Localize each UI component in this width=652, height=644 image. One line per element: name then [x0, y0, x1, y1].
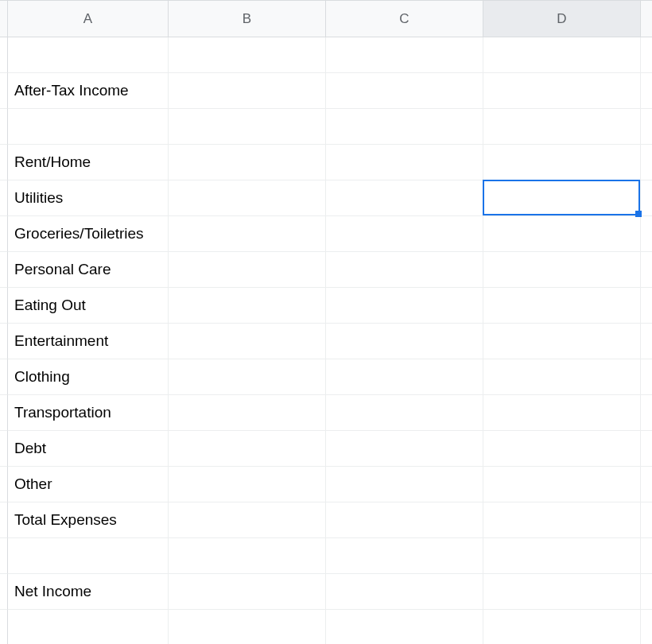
cell[interactable]: [169, 180, 326, 216]
row-stub: [0, 37, 8, 73]
column-header-d[interactable]: D: [483, 0, 641, 37]
cell[interactable]: [326, 431, 483, 467]
cell[interactable]: [483, 288, 641, 324]
row-stub: [0, 288, 8, 324]
cell[interactable]: [169, 73, 326, 109]
cell[interactable]: [169, 216, 326, 252]
cell-text: After-Tax Income: [14, 82, 129, 99]
cell[interactable]: [326, 359, 483, 395]
cell[interactable]: [483, 431, 641, 467]
cell[interactable]: [483, 395, 641, 431]
cell[interactable]: [169, 502, 326, 538]
header-right-stub: [641, 0, 652, 37]
cell[interactable]: [483, 502, 641, 538]
cell[interactable]: [169, 288, 326, 324]
cell[interactable]: [169, 145, 326, 180]
cell[interactable]: [8, 109, 169, 145]
cell[interactable]: [326, 109, 483, 145]
cell[interactable]: [483, 73, 641, 109]
row-right-stub: [641, 610, 652, 644]
row-right-stub: [641, 216, 652, 252]
cell[interactable]: Eating Out: [8, 288, 169, 324]
cell[interactable]: [326, 180, 483, 216]
corner-stub[interactable]: [0, 0, 8, 37]
cell-text: Debt: [14, 440, 46, 457]
row-stub: [0, 574, 8, 610]
cell[interactable]: [169, 610, 326, 644]
cell-text: Utilities: [14, 189, 63, 207]
cell[interactable]: Personal Care: [8, 252, 169, 288]
cell[interactable]: [326, 73, 483, 109]
row-stub: [0, 252, 8, 288]
cell[interactable]: [326, 252, 483, 288]
cell[interactable]: [326, 502, 483, 538]
cell[interactable]: [8, 37, 169, 73]
cell[interactable]: Clothing: [8, 359, 169, 395]
cell[interactable]: [483, 216, 641, 252]
row-right-stub: [641, 180, 652, 216]
cell[interactable]: [483, 109, 641, 145]
cell[interactable]: [483, 324, 641, 359]
cell[interactable]: Utilities: [8, 180, 169, 216]
cell[interactable]: [326, 145, 483, 180]
cell[interactable]: [483, 610, 641, 644]
cell[interactable]: Groceries/Toiletries: [8, 216, 169, 252]
cell[interactable]: [169, 431, 326, 467]
cell[interactable]: Rent/Home: [8, 145, 169, 180]
row-right-stub: [641, 252, 652, 288]
cell[interactable]: Net Income: [8, 574, 169, 610]
cell[interactable]: [326, 288, 483, 324]
row-stub: [0, 610, 8, 644]
cell[interactable]: After-Tax Income: [8, 73, 169, 109]
row-stub: [0, 359, 8, 395]
cell[interactable]: [169, 324, 326, 359]
cell-text: Personal Care: [14, 261, 111, 278]
row-stub: [0, 180, 8, 216]
cell[interactable]: [169, 37, 326, 73]
cell[interactable]: [8, 538, 169, 574]
cell[interactable]: Other: [8, 467, 169, 502]
cell[interactable]: [483, 574, 641, 610]
row-stub: [0, 145, 8, 180]
cell-text: Total Expenses: [14, 511, 117, 529]
row-stub: [0, 538, 8, 574]
cell[interactable]: [169, 109, 326, 145]
cell[interactable]: [483, 538, 641, 574]
cell[interactable]: [8, 610, 169, 644]
row-right-stub: [641, 109, 652, 145]
cell[interactable]: [169, 359, 326, 395]
row-stub: [0, 467, 8, 502]
cell[interactable]: [169, 538, 326, 574]
fill-handle[interactable]: [635, 211, 642, 217]
row-right-stub: [641, 324, 652, 359]
cell-text: Clothing: [14, 368, 70, 386]
cell[interactable]: [326, 395, 483, 431]
cell[interactable]: [169, 467, 326, 502]
column-header-b[interactable]: B: [169, 0, 326, 37]
cell[interactable]: [483, 180, 641, 216]
cell[interactable]: [483, 359, 641, 395]
cell[interactable]: [326, 538, 483, 574]
cell[interactable]: [169, 574, 326, 610]
cell[interactable]: [169, 252, 326, 288]
cell[interactable]: [326, 574, 483, 610]
cell[interactable]: Transportation: [8, 395, 169, 431]
cell[interactable]: Entertainment: [8, 324, 169, 359]
cell[interactable]: [483, 252, 641, 288]
cell[interactable]: [483, 37, 641, 73]
cell[interactable]: [326, 216, 483, 252]
cell[interactable]: [326, 324, 483, 359]
cell[interactable]: [169, 395, 326, 431]
column-header-c[interactable]: C: [326, 0, 483, 37]
cell[interactable]: Total Expenses: [8, 502, 169, 538]
cell[interactable]: [483, 145, 641, 180]
column-header-a[interactable]: A: [8, 0, 169, 37]
row-stub: [0, 395, 8, 431]
cell[interactable]: [326, 37, 483, 73]
cell[interactable]: [326, 610, 483, 644]
row-stub: [0, 431, 8, 467]
cell[interactable]: [326, 467, 483, 502]
row-stub: [0, 73, 8, 109]
cell[interactable]: Debt: [8, 431, 169, 467]
cell[interactable]: [483, 467, 641, 502]
